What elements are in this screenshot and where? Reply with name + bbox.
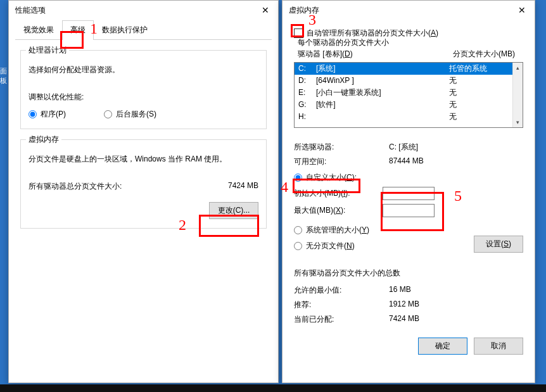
min-label: 允许的最小值:	[294, 285, 389, 296]
dialog-title: 虚拟内存	[289, 5, 513, 16]
available-space-value: 87444 MB	[389, 156, 424, 167]
col-paging: 分页文件大小(MB)	[453, 49, 515, 60]
change-button[interactable]: 更改(C)...	[209, 202, 258, 219]
close-icon[interactable]: ✕	[257, 5, 274, 15]
recommended-value: 1912 MB	[389, 300, 419, 310]
taskbar[interactable]	[0, 384, 546, 392]
radio-background-services[interactable]: 后台服务(S)	[104, 109, 156, 120]
radio-programs[interactable]: 程序(P)	[29, 109, 66, 120]
radio-programs-input[interactable]	[29, 110, 37, 118]
drive-row[interactable]: E:[小白一键重装系统]无	[295, 87, 523, 99]
tab-visual-effects[interactable]: 视觉效果	[15, 20, 62, 40]
checkbox-icon[interactable]	[294, 28, 303, 38]
selected-drive-value: C: [系统]	[389, 142, 418, 153]
max-size-input[interactable]	[383, 204, 435, 217]
radio-custom-label: 自定义大小(C):	[306, 172, 357, 183]
drive-label: [系统]	[316, 63, 449, 74]
tab-advanced[interactable]: 高级	[62, 20, 94, 40]
drive-letter: H:	[298, 111, 316, 122]
dialog-title: 性能选项	[15, 5, 257, 16]
initial-size-label: 初始大小(MB)(I):	[294, 188, 383, 199]
drive-label: [小白一键重装系统]	[316, 87, 449, 98]
scroll-up-icon[interactable]: ▴	[513, 63, 523, 73]
drive-letter: C:	[298, 63, 316, 74]
ok-button[interactable]: 确定	[418, 338, 467, 355]
radio-system-managed[interactable]: 系统管理的大小(Y)	[294, 225, 523, 236]
group-virtual-memory: 虚拟内存 分页文件是硬盘上的一块区域，Windows 当作 RAM 使用。 所有…	[20, 139, 267, 229]
drive-label	[316, 111, 449, 122]
drive-paging-size: 无	[449, 111, 457, 122]
per-drive-label: 每个驱动器的分页文件大小	[298, 37, 389, 48]
radio-custom-size[interactable]: 自定义大小(C):	[294, 172, 523, 183]
drive-paging-size: 无	[449, 99, 457, 110]
scroll-down-icon[interactable]: ▾	[513, 117, 523, 127]
radio-none-label: 无分页文件(N)	[306, 241, 355, 251]
titlebar[interactable]: 性能选项 ✕	[9, 1, 278, 20]
drive-paging-size: 无	[449, 87, 457, 98]
drive-label: [64WinXP ]	[316, 75, 449, 86]
col-drive: 驱动器 [卷标](D)	[298, 49, 453, 60]
performance-options-dialog: 性能选项 ✕ 视觉效果 高级 数据执行保护 处理器计划 选择如何分配处理器资源。…	[8, 0, 279, 383]
radio-no-paging[interactable]: 无分页文件(N)	[294, 241, 474, 251]
titlebar[interactable]: 虚拟内存 ✕	[283, 1, 535, 20]
drive-paging-size: 无	[449, 75, 457, 86]
radio-none-input[interactable]	[294, 242, 302, 250]
set-button[interactable]: 设置(S)	[474, 236, 523, 253]
totals-title: 所有驱动器分页文件大小的总数	[294, 268, 523, 279]
adjust-label: 调整以优化性能:	[29, 92, 258, 103]
current-value: 7424 MB	[389, 314, 419, 325]
group-processor-scheduling: 处理器计划 选择如何分配处理器资源。 调整以优化性能: 程序(P) 后台服务(S…	[20, 50, 267, 129]
vm-desc: 分页文件是硬盘上的一块区域，Windows 当作 RAM 使用。	[29, 154, 258, 165]
cancel-button[interactable]: 取消	[474, 338, 523, 355]
recommended-label: 推荐:	[294, 300, 389, 310]
drive-letter: E:	[298, 87, 316, 98]
min-value: 16 MB	[389, 285, 411, 296]
group-title: 处理器计划	[26, 45, 69, 56]
selected-drive-label: 所选驱动器:	[294, 142, 389, 153]
radio-system-input[interactable]	[294, 226, 302, 234]
initial-size-input[interactable]	[383, 187, 435, 200]
radio-bg-label: 后台服务(S)	[116, 109, 156, 120]
max-size-label: 最大值(MB)(X):	[294, 205, 383, 216]
virtual-memory-dialog: 虚拟内存 ✕ 自动管理所有驱动器的分页文件大小(A) 每个驱动器的分页文件大小 …	[282, 0, 535, 383]
drive-row[interactable]: H:无	[295, 111, 523, 123]
drive-label: [软件]	[316, 99, 449, 110]
drive-row[interactable]: C:[系统]托管的系统	[295, 63, 523, 75]
group-title: 虚拟内存	[26, 134, 61, 145]
vm-total-label: 所有驱动器总分页文件大小:	[29, 181, 228, 192]
drive-row[interactable]: D:[64WinXP ]无	[295, 75, 523, 87]
radio-bg-input[interactable]	[104, 110, 112, 118]
close-icon[interactable]: ✕	[513, 5, 531, 15]
available-space-label: 可用空间:	[294, 156, 389, 167]
current-label: 当前已分配:	[294, 314, 389, 325]
tab-strip: 视觉效果 高级 数据执行保护	[15, 20, 272, 40]
drive-row[interactable]: G:[软件]无	[295, 99, 523, 111]
tab-dep[interactable]: 数据执行保护	[94, 20, 156, 40]
scrollbar[interactable]: ▴ ▾	[512, 63, 523, 127]
drive-letter: D:	[298, 75, 316, 86]
radio-custom-input[interactable]	[294, 174, 302, 182]
radio-system-label: 系统管理的大小(Y)	[306, 225, 369, 236]
radio-programs-label: 程序(P)	[41, 109, 66, 120]
drive-list[interactable]: C:[系统]托管的系统D:[64WinXP ]无E:[小白一键重装系统]无G:[…	[294, 62, 523, 128]
proc-desc: 选择如何分配处理器资源。	[29, 65, 258, 75]
vm-total-value: 7424 MB	[228, 181, 258, 192]
drive-letter: G:	[298, 99, 316, 110]
drive-paging-size: 托管的系统	[449, 63, 487, 74]
